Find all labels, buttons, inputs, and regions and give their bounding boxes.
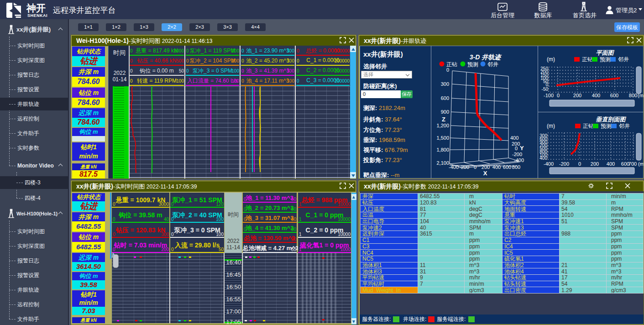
svg-text:900: 900 [441, 109, 449, 115]
svg-text:600: 600 [503, 164, 511, 170]
svg-text:1,800: 1,800 [436, 147, 449, 152]
svg-text:800: 800 [512, 164, 520, 170]
svg-text:200: 200 [591, 161, 599, 167]
svg-text:正钻: 正钻 [583, 123, 594, 129]
svg-text:-400: -400 [449, 164, 459, 170]
svg-text:0: 0 [578, 161, 581, 167]
svg-text:(m): (m) [547, 123, 555, 129]
svg-text:正钻: 正钻 [582, 56, 593, 63]
svg-text:-400: -400 [514, 157, 524, 163]
svg-text:平面图: 平面图 [596, 49, 615, 56]
svg-text:600: 600 [441, 95, 449, 101]
svg-text:400: 400 [492, 164, 501, 170]
svg-text:预测: 预测 [601, 123, 612, 129]
svg-text:正钻: 正钻 [446, 61, 457, 68]
svg-text:预测: 预测 [600, 56, 611, 63]
svg-text:(m): (m) [638, 161, 644, 167]
svg-text:700: 700 [628, 161, 637, 167]
svg-text:-50: -50 [542, 87, 549, 92]
svg-text:300: 300 [441, 81, 449, 87]
svg-text:1,200: 1,200 [436, 123, 449, 128]
svg-text:200: 200 [573, 93, 581, 98]
svg-text:-200: -200 [559, 161, 569, 167]
svg-text:(m): (m) [547, 56, 555, 63]
svg-text:-100: -100 [544, 93, 554, 98]
svg-text:400: 400 [607, 161, 615, 167]
svg-text:1,500: 1,500 [436, 135, 449, 141]
svg-text:-200: -200 [512, 152, 522, 157]
svg-text:2,100: 2,100 [436, 160, 449, 166]
svg-text:600: 600 [610, 93, 618, 98]
svg-text:垂直剖面图: 垂直剖面图 [596, 116, 627, 123]
svg-text:0: 0 [474, 164, 476, 170]
svg-text:400: 400 [592, 93, 600, 98]
svg-text:Z: Z [442, 116, 445, 123]
svg-text:400: 400 [510, 135, 518, 141]
svg-text:邻井: 邻井 [487, 61, 498, 68]
svg-text:邻井: 邻井 [618, 56, 629, 63]
svg-text:-200: -200 [459, 164, 469, 170]
svg-text:0: 0 [446, 67, 449, 73]
svg-text:0: 0 [515, 146, 518, 151]
svg-text:800: 800 [629, 93, 637, 98]
svg-text:Y: Y [520, 145, 524, 152]
svg-text:200: 200 [482, 164, 490, 170]
svg-text:0: 0 [557, 93, 560, 98]
svg-text:-400: -400 [544, 161, 554, 167]
svg-text:3-D 井轨迹: 3-D 井轨迹 [470, 53, 502, 61]
svg-text:预测: 预测 [467, 61, 478, 68]
svg-text:X: X [483, 170, 487, 177]
svg-text:400: 400 [539, 156, 547, 161]
svg-text:邻井: 邻井 [619, 123, 630, 129]
